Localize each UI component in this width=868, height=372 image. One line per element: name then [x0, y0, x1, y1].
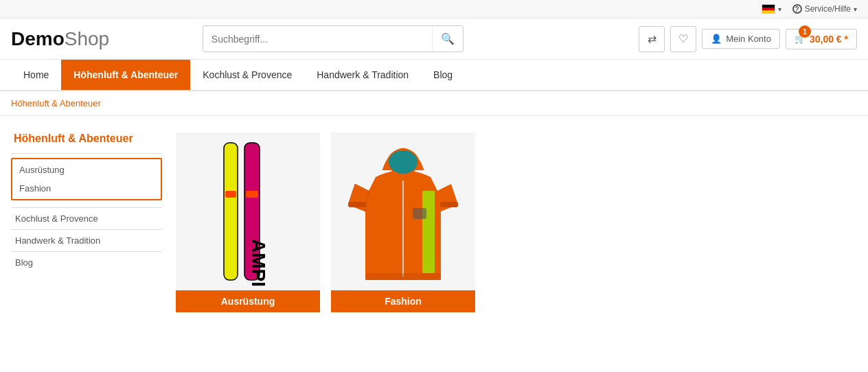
header-icons: ⇄ ♡ 👤 Mein Konto 🛒 1 30,00 € * [639, 26, 857, 52]
nav-item-blog[interactable]: Blog [421, 60, 465, 90]
product-card-fashion[interactable]: Fashion [331, 132, 475, 312]
sidebar-item-kochlust[interactable]: Kochlust & Provence [11, 207, 162, 229]
header: Demo Shop 🔍 ⇄ ♡ 👤 Mein Konto 🛒 1 30,00 €… [0, 19, 868, 60]
language-selector[interactable]: ▾ [762, 4, 781, 14]
sidebar: Höhenluft & Abenteuer Ausrüstung Fashion… [11, 132, 162, 312]
svg-rect-0 [224, 143, 238, 280]
help-label: Service/Hilfe [805, 4, 851, 14]
account-button[interactable]: 👤 Mein Konto [702, 29, 780, 49]
svg-rect-8 [413, 208, 426, 219]
nav-item-handwerk[interactable]: Handwerk & Tradition [304, 60, 421, 90]
product-label-ausrustung: Ausrüstung [176, 290, 320, 312]
svg-text:AMPIT: AMPIT [248, 239, 269, 287]
compare-button[interactable]: ⇄ [639, 26, 665, 52]
sidebar-item-ausrustung[interactable]: Ausrüstung [12, 161, 161, 179]
german-flag-icon [762, 4, 775, 14]
account-icon: 👤 [711, 34, 722, 44]
logo-demo: Demo [11, 28, 65, 50]
breadcrumb: Höhenluft & Abenteuer [0, 91, 868, 116]
logo[interactable]: Demo Shop [11, 28, 109, 50]
account-label: Mein Konto [726, 34, 771, 44]
product-card-ausrustung[interactable]: AMPIT Ausrüstung [176, 132, 320, 312]
compare-icon: ⇄ [648, 32, 656, 45]
heart-icon: ♡ [678, 32, 688, 45]
nav-item-kochlust[interactable]: Kochlust & Provence [190, 60, 304, 90]
ski-illustration: AMPIT [186, 136, 310, 287]
search-input[interactable] [203, 27, 432, 51]
sidebar-selected-box: Ausrüstung Fashion [11, 158, 162, 200]
nav-item-home[interactable]: Home [11, 60, 61, 90]
sidebar-item-handwerk[interactable]: Handwerk & Tradition [11, 229, 162, 251]
svg-rect-11 [365, 273, 441, 280]
main-content: Höhenluft & Abenteuer Ausrüstung Fashion… [0, 116, 868, 329]
top-bar: ▾ ? Service/Hilfe ▾ [0, 0, 868, 19]
svg-rect-10 [440, 202, 458, 207]
nav-item-hoehenluft[interactable]: Höhenluft & Abenteuer [61, 60, 190, 90]
search-button[interactable]: 🔍 [432, 26, 463, 51]
breadcrumb-link[interactable]: Höhenluft & Abenteuer [11, 98, 101, 108]
sidebar-selected-section: Ausrüstung Fashion [11, 153, 162, 207]
product-image-ausrustung: AMPIT [176, 132, 320, 290]
help-icon: ? [792, 4, 802, 14]
svg-rect-7 [422, 191, 435, 273]
svg-rect-3 [246, 191, 258, 198]
svg-rect-9 [348, 202, 366, 207]
sidebar-item-fashion[interactable]: Fashion [12, 179, 161, 198]
sidebar-title: Höhenluft & Abenteuer [11, 132, 162, 145]
sidebar-item-blog[interactable]: Blog [11, 251, 162, 273]
help-chevron-icon: ▾ [854, 5, 857, 13]
wishlist-button[interactable]: ♡ [670, 26, 696, 52]
language-chevron-icon: ▾ [778, 5, 781, 13]
product-label-fashion: Fashion [331, 290, 475, 312]
help-link[interactable]: ? Service/Hilfe ▾ [792, 4, 857, 14]
main-nav: Home Höhenluft & Abenteuer Kochlust & Pr… [0, 60, 868, 91]
cart-price: 30,00 € * [810, 34, 848, 45]
jacket-illustration [341, 136, 465, 287]
svg-rect-2 [225, 191, 236, 198]
cart-badge: 1 [799, 25, 811, 38]
search-bar: 🔍 [203, 25, 464, 52]
product-image-fashion [331, 132, 475, 290]
svg-point-5 [388, 150, 418, 174]
logo-shop: Shop [65, 28, 109, 50]
cart-button[interactable]: 🛒 1 30,00 € * [786, 29, 857, 49]
product-grid: AMPIT Ausrüstung [176, 132, 857, 312]
